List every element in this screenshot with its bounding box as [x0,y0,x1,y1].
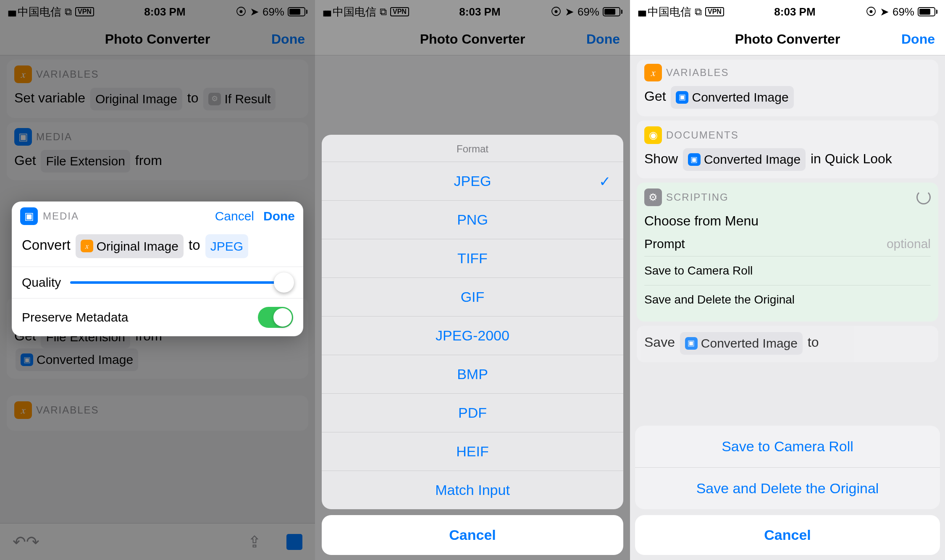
preserve-metadata-row: Preserve Metadata [12,298,303,336]
original-image-chip[interactable]: 𝑥Original Image [76,234,184,258]
media-icon: ▣ [14,128,32,146]
if-result-chip[interactable]: ⚙If Result [203,88,276,110]
format-option-pdf[interactable]: PDF [322,393,623,432]
status-bar: 中国电信 ⧉ VPN 8:03 PM ⦿ ➤ 69% [630,0,945,24]
format-option-jpeg2000[interactable]: JPEG-2000 [322,316,623,355]
file-ext-chip[interactable]: File Extension [41,150,130,173]
sheet-save-delete[interactable]: Save and Delete the Original [635,467,940,509]
format-option-bmp[interactable]: BMP [322,355,623,393]
wifi-icon: ⧉ [695,6,702,18]
done-button[interactable]: Done [271,31,305,47]
format-option-heif[interactable]: HEIF [322,432,623,471]
nav-header: Photo Converter Done [0,24,315,55]
vpn-badge: VPN [75,7,94,16]
time-label: 8:03 PM [144,5,185,18]
scripting-card: ⚙ SCRIPTING Choose from Menu Prompt opti… [637,183,938,322]
documents-icon: ◉ [644,126,662,144]
menu-item-save-delete[interactable]: Save and Delete the Original [644,285,931,314]
format-option-png[interactable]: PNG [322,200,623,239]
get-variable-card: 𝑥 VARIABLES Get ▣Converted Image [637,60,938,116]
variable-icon: 𝑥 [14,401,32,419]
status-bar: 中国电信 ⧉ VPN 8:03 PM ⦿ ➤ 69% [0,0,315,24]
format-option-tiff[interactable]: TIFF [322,239,623,277]
bottom-toolbar: ↶ ↷ ⇪ [0,523,315,560]
cancel-button[interactable]: Cancel [322,515,623,555]
carrier-label: 中国电信 [18,5,61,19]
format-chip[interactable]: JPEG [205,234,248,258]
page-title: Photo Converter [105,31,210,47]
format-option-jpeg[interactable]: JPEG [322,162,623,200]
menu-item-save[interactable]: Save to Camera Roll [644,256,931,285]
media-card-1: ▣ MEDIA Get File Extension from [7,122,308,181]
nav-header: Photo Converter Done [630,24,945,55]
preserve-metadata-switch[interactable] [258,307,293,328]
variable-chip[interactable]: Original Image [90,88,182,110]
undo-icon[interactable]: ↶ [13,533,26,551]
converted-image-chip[interactable]: ▣Converted Image [683,148,806,171]
share-icon[interactable]: ⇪ [248,533,261,551]
cancel-button[interactable]: Cancel [635,515,940,555]
done-button[interactable]: Done [901,31,935,47]
cancel-button[interactable]: Cancel [215,209,254,223]
spinner-icon [916,190,931,204]
battery-pct: 69% [262,5,284,18]
signal-icon [8,5,14,18]
converted-image-chip[interactable]: ▣Converted Image [16,348,138,371]
location-icon: ➤ [250,5,259,18]
redo-icon[interactable]: ↷ [26,533,39,551]
signal-icon [638,5,644,18]
wifi-icon: ⧉ [65,6,72,18]
menu-action-sheet: Save to Camera Roll Save and Delete the … [635,426,940,555]
save-card: Save ▣Converted Image to [637,326,938,362]
section-variables: VARIABLES [36,68,99,80]
format-option-gif[interactable]: GIF [322,277,623,316]
alarm-icon: ⦿ [236,5,247,18]
quality-slider[interactable] [70,281,293,284]
quality-row: Quality [12,267,303,298]
documents-card: ◉ DOCUMENTS Show ▣Converted Image in Qui… [637,120,938,179]
format-sheet: Format JPEG PNG TIFF GIF JPEG-2000 BMP P… [322,135,623,555]
media-icon: ▣ [20,207,38,225]
battery-icon [288,7,307,16]
variables-card: 𝑥 VARIABLES Set variable Original Image … [7,60,308,118]
stop-button[interactable] [286,534,302,550]
scripting-icon: ⚙ [644,188,662,206]
done-button[interactable]: Done [263,209,295,223]
sheet-title: Format [322,135,623,162]
variables-card-2: 𝑥 VARIABLES [7,395,308,431]
convert-popup: ▣ MEDIA Cancel Done Convert 𝑥Original Im… [12,201,303,336]
variable-icon: 𝑥 [644,64,662,81]
prompt-input[interactable]: optional [887,237,931,251]
sheet-save-roll[interactable]: Save to Camera Roll [635,426,940,467]
format-option-match-input[interactable]: Match Input [322,471,623,509]
converted-image-chip[interactable]: ▣Converted Image [671,86,793,109]
variable-icon: 𝑥 [14,65,32,83]
